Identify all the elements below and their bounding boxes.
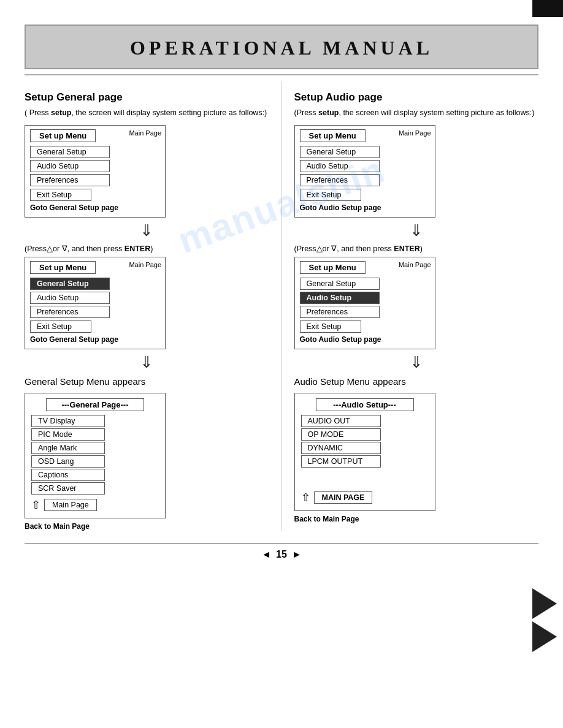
left-back-text: Back to Main Page — [25, 522, 269, 531]
left-menu-exit-1[interactable]: Exit Setup — [30, 189, 91, 201]
footer-left-arrow: ◄ — [261, 549, 271, 560]
right-menu-item-1-prefs[interactable]: Preferences — [300, 174, 380, 186]
left-menu-title-row-1: Set up Menu Main Page — [30, 129, 160, 142]
right-desc-bold: setup — [318, 108, 339, 117]
right-menu-item-2-prefs[interactable]: Preferences — [300, 306, 380, 318]
left-menu-exit-2[interactable]: Exit Setup — [30, 320, 91, 333]
right-audio-spacer — [301, 469, 429, 487]
footer-right-arrow: ► — [292, 549, 302, 560]
right-desc-prefix: (Press — [294, 108, 319, 117]
right-section-desc: (Press setup, the screen will display sy… — [294, 107, 539, 119]
left-menu-title-row-2: Set up Menu Main Page — [30, 261, 160, 274]
right-audio-item-dynamic[interactable]: DYNAMIC — [301, 442, 381, 454]
left-menu-box-1: Set up Menu Main Page General Setup Audi… — [25, 125, 166, 218]
left-section-title: Setup General page — [25, 91, 269, 104]
footer-page: ◄ 15 ► — [0, 544, 563, 567]
right-menu-item-2-general[interactable]: General Setup — [300, 278, 380, 290]
left-gen-page-footer: ⇧ Main Page — [31, 498, 159, 512]
left-menu-item-1-prefs[interactable]: Preferences — [30, 174, 110, 186]
right-menu-exit-1[interactable]: Exit Setup — [300, 189, 361, 201]
left-menu-item-1-audio[interactable]: Audio Setup — [30, 160, 110, 172]
left-menu-title-btn-2: Set up Menu — [30, 261, 96, 274]
right-menu-exit-2[interactable]: Exit Setup — [300, 320, 361, 333]
left-menu-item-2-audio[interactable]: Audio Setup — [30, 292, 110, 304]
left-press-enter-1: (Press△or ∇, and then press ENTER) — [25, 244, 269, 253]
right-appears-word: appears — [373, 376, 406, 387]
left-up-arrow: ⇧ — [31, 498, 40, 512]
right-appears-title: Audio Setup Menu appears — [294, 376, 539, 388]
left-arrow-down-1: ⇓ — [25, 221, 269, 240]
left-desc-bold: setup — [51, 108, 71, 117]
right-press-enter-prefix: (Press△or ∇, and then press — [294, 245, 394, 253]
left-gen-page-item-pic[interactable]: PIC Mode — [31, 428, 105, 441]
right-back-text: Back to Main Page — [294, 515, 539, 523]
right-menu-box-1-label: Main Page — [399, 129, 431, 137]
left-goto-text-1: Goto General Setup page — [30, 203, 160, 212]
left-gen-page-item-angle[interactable]: Angle Mark — [31, 442, 105, 454]
right-menu-box-1: Set up Menu Main Page General Setup Audi… — [294, 125, 435, 218]
left-gen-page-box: ---General Page--- TV Display PIC Mode A… — [25, 393, 166, 518]
right-menu-item-1-general[interactable]: General Setup — [300, 146, 380, 158]
right-menu-box-2-label: Main Page — [399, 261, 431, 268]
right-section-title: Setup Audio page — [294, 91, 539, 104]
header-banner: OPERATIONAL MANUAL — [25, 25, 538, 69]
left-press-enter-suffix: ) — [150, 245, 153, 253]
right-column: Setup Audio page (Press setup, the scree… — [282, 82, 539, 531]
main-content: Setup General page ( Press setup, the sc… — [25, 75, 538, 531]
right-menu-box-2: Set up Menu Main Page General Setup Audi… — [294, 257, 435, 349]
left-gen-page-item-tv[interactable]: TV Display — [31, 415, 105, 427]
left-menu-box-2-label: Main Page — [129, 261, 161, 268]
left-appears-title: General Setup Menu appears — [25, 376, 269, 388]
right-press-enter-1: (Press△or ∇, and then press ENTER) — [294, 244, 539, 253]
left-appears-word: appears — [112, 376, 145, 387]
left-menu-box-2: Set up Menu Main Page General Setup Audi… — [25, 257, 166, 349]
right-up-arrow: ⇧ — [301, 491, 310, 504]
right-audio-item-op[interactable]: OP MODE — [301, 428, 381, 441]
left-gen-page-item-osd[interactable]: OSD Lang — [31, 455, 105, 468]
right-arrow-shape-2 — [532, 621, 557, 652]
left-menu-title-btn-1: Set up Menu — [30, 129, 96, 142]
left-menu-item-2-prefs[interactable]: Preferences — [30, 306, 110, 318]
right-decorative-arrows — [532, 588, 557, 654]
right-audio-setup-title: ---Audio Setup--- — [316, 398, 414, 411]
left-arrow-down-2: ⇓ — [25, 353, 269, 372]
right-menu-item-1-audio[interactable]: Audio Setup — [300, 160, 380, 172]
top-right-decoration — [532, 0, 563, 17]
right-audio-setup-box: ---Audio Setup--- AUDIO OUT OP MODE DYNA… — [294, 393, 435, 511]
right-audio-footer: ⇧ MAIN PAGE — [301, 491, 429, 504]
left-press-enter-bold: ENTER — [124, 245, 150, 253]
right-main-page-btn[interactable]: MAIN PAGE — [314, 491, 373, 504]
left-menu-item-1-general[interactable]: General Setup — [30, 146, 110, 158]
right-desc-suffix: , the screen will display system setting… — [339, 108, 534, 117]
left-appears-title-text: General Setup Menu — [25, 376, 109, 387]
page-number: 15 — [276, 549, 287, 560]
right-audio-item-out[interactable]: AUDIO OUT — [301, 415, 381, 427]
right-arrow-down-2: ⇓ — [294, 353, 539, 372]
left-section-desc: ( Press setup, the screen will display s… — [25, 107, 269, 119]
right-goto-text-1: Goto Audio Setup page — [300, 203, 430, 212]
right-arrow-down-1: ⇓ — [294, 221, 539, 240]
left-goto-text-2: Goto General Setup page — [30, 335, 160, 344]
header-title: OPERATIONAL MANUAL — [26, 37, 537, 59]
left-press-enter-prefix: (Press△or ∇, and then press — [25, 245, 124, 253]
right-audio-item-lpcm[interactable]: LPCM OUTPUT — [301, 455, 381, 468]
right-menu-title-btn-2: Set up Menu — [300, 261, 366, 274]
right-menu-title-btn-1: Set up Menu — [300, 129, 366, 142]
left-gen-page-item-captions[interactable]: Captions — [31, 469, 105, 481]
right-menu-title-row-1: Set up Menu Main Page — [300, 129, 430, 142]
left-desc-suffix: , the screen will display system setting… — [71, 108, 267, 117]
right-menu-title-row-2: Set up Menu Main Page — [300, 261, 430, 274]
right-press-enter-suffix: ) — [420, 245, 423, 253]
right-arrow-shape-1 — [532, 588, 557, 619]
right-appears-title-text: Audio Setup Menu — [294, 376, 370, 387]
right-goto-text-2: Goto Audio Setup page — [300, 335, 430, 344]
left-gen-page-item-scr[interactable]: SCR Saver — [31, 482, 105, 495]
left-menu-box-1-label: Main Page — [129, 129, 161, 137]
right-press-enter-bold: ENTER — [394, 245, 419, 253]
left-main-page-btn[interactable]: Main Page — [44, 499, 97, 511]
left-column: Setup General page ( Press setup, the sc… — [25, 82, 282, 531]
left-menu-item-2-general[interactable]: General Setup — [30, 278, 110, 290]
left-desc-prefix: ( Press — [25, 108, 51, 117]
left-gen-page-title: ---General Page--- — [46, 398, 144, 411]
right-menu-item-2-audio[interactable]: Audio Setup — [300, 292, 380, 304]
